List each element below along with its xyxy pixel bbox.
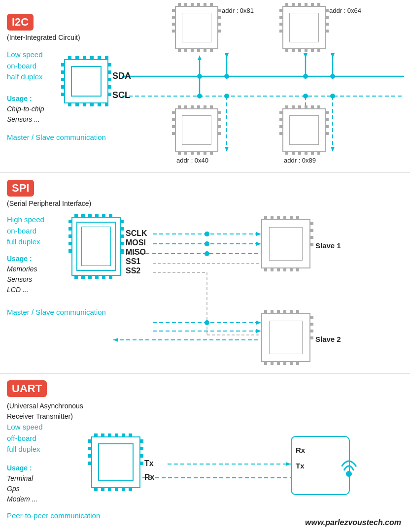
i2c-badge: I2C bbox=[7, 14, 34, 31]
svg-point-49 bbox=[346, 471, 352, 477]
svg-marker-26 bbox=[256, 232, 261, 236]
spi-slave2-chip bbox=[261, 313, 310, 362]
i2c-slave2-addr: addr : 0x64 bbox=[329, 7, 361, 14]
svg-point-9 bbox=[197, 74, 202, 79]
svg-marker-8 bbox=[225, 53, 229, 58]
spi-slave2-label: Slave 2 bbox=[315, 335, 341, 343]
i2c-slave-chip-1 bbox=[175, 6, 218, 49]
svg-marker-46 bbox=[286, 462, 291, 466]
svg-point-15 bbox=[303, 94, 308, 99]
svg-marker-39 bbox=[256, 321, 261, 325]
svg-point-13 bbox=[197, 94, 202, 99]
i2c-slave-chip-3 bbox=[175, 108, 218, 152]
uart-usage: Usage : TerminalGpsModem ... bbox=[7, 463, 37, 504]
i2c-slave3-addr: addr : 0x40 bbox=[176, 157, 208, 164]
svg-point-12 bbox=[330, 74, 335, 79]
spi-miso-label: MISO bbox=[126, 248, 146, 257]
spi-full-name: (Serial Peripheral Interface) bbox=[7, 200, 91, 207]
i2c-master-chip bbox=[64, 59, 108, 103]
uart-master-rx: Rx bbox=[144, 473, 154, 482]
uart-slave-device: Rx Tx bbox=[291, 436, 350, 495]
svg-point-44 bbox=[205, 320, 209, 325]
svg-marker-41 bbox=[256, 329, 261, 333]
svg-marker-4 bbox=[198, 55, 202, 60]
i2c-slave-chip-2 bbox=[282, 6, 326, 49]
i2c-badge-wrap: I2C bbox=[7, 14, 34, 31]
spi-ss1-label: SS1 bbox=[126, 257, 140, 266]
svg-marker-18 bbox=[304, 53, 308, 58]
svg-marker-20 bbox=[331, 53, 335, 58]
spi-badge-wrap: SPI bbox=[7, 180, 34, 197]
i2c-usage: Usage : Chip-to-chipSensors ... bbox=[7, 94, 44, 125]
spi-comm: Master / Slave communication bbox=[7, 308, 106, 316]
i2c-slave1-addr: addr : 0x81 bbox=[222, 7, 254, 14]
svg-marker-5 bbox=[225, 147, 229, 152]
svg-marker-28 bbox=[256, 242, 261, 246]
svg-point-11 bbox=[303, 74, 308, 79]
i2c-full-name: (Inter-Integrated Circuit) bbox=[7, 33, 80, 41]
svg-point-14 bbox=[224, 94, 229, 99]
svg-point-33 bbox=[205, 241, 209, 246]
scl-label: SCL bbox=[112, 90, 130, 100]
svg-point-34 bbox=[205, 251, 209, 256]
svg-marker-24 bbox=[331, 147, 335, 152]
i2c-slave-chip-4 bbox=[282, 108, 326, 152]
spi-mosi-label: MOSI bbox=[126, 238, 146, 247]
spi-usage: Usage : MemoriesSensorsLCD ... bbox=[7, 254, 37, 295]
spi-sclk-label: SCLK bbox=[126, 229, 147, 238]
uart-master-chip bbox=[91, 436, 140, 488]
footer-url: www.parlezvoustech.com bbox=[305, 518, 401, 527]
i2c-attrs: Low speedon-boardhalf duplex bbox=[7, 49, 43, 83]
uart-comm: Peer-to-peer communication bbox=[7, 511, 100, 520]
uart-master-tx: Tx bbox=[144, 459, 154, 468]
sda-label: SDA bbox=[112, 71, 131, 81]
svg-point-16 bbox=[330, 94, 335, 99]
uart-badge-wrap: UART bbox=[7, 380, 47, 397]
svg-marker-43 bbox=[113, 338, 118, 342]
i2c-comm: Master / Slave communication bbox=[7, 133, 106, 141]
spi-master-chip bbox=[71, 217, 121, 276]
spi-badge: SPI bbox=[7, 180, 34, 197]
spi-slave1-chip bbox=[261, 219, 310, 268]
svg-point-10 bbox=[224, 74, 229, 79]
svg-point-32 bbox=[205, 232, 209, 236]
i2c-slave4-addr: addr : 0x89 bbox=[284, 157, 316, 164]
spi-attrs: High speedon-boardfull duplex bbox=[7, 214, 44, 248]
uart-badge: UART bbox=[7, 380, 47, 397]
spi-slave1-label: Slave 1 bbox=[315, 241, 341, 250]
uart-full-name: (Universal AsynchronousReceiver Transmit… bbox=[7, 401, 83, 422]
spi-ss2-label: SS2 bbox=[126, 266, 140, 275]
uart-attrs: Low speedoff-boardfull duplex bbox=[7, 422, 43, 455]
